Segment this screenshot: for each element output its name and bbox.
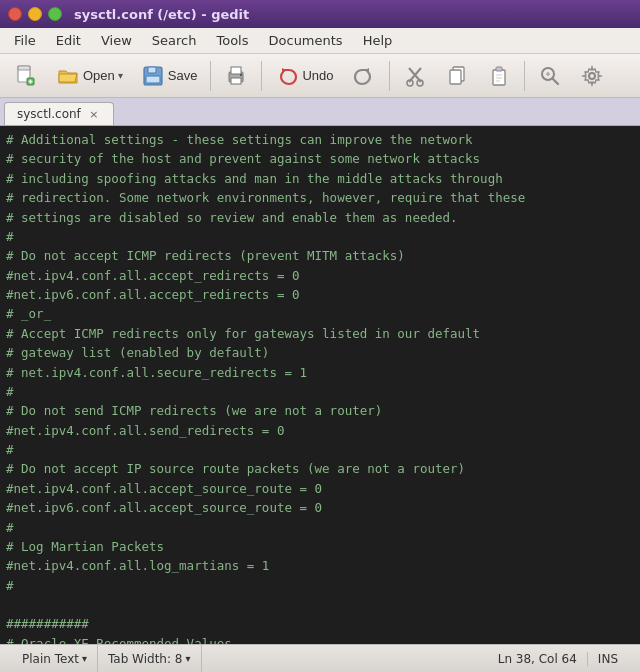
cut-button[interactable] xyxy=(395,60,435,92)
filetype-section[interactable]: Plain Text ▾ xyxy=(12,645,98,672)
open-arrow: ▾ xyxy=(118,70,123,81)
copy-icon xyxy=(445,64,469,88)
tabwidth-label: Tab Width: 8 xyxy=(108,652,182,666)
save-icon xyxy=(141,64,165,88)
toolbar-separator-4 xyxy=(524,61,525,91)
tab-label: sysctl.conf xyxy=(17,107,81,121)
open-button[interactable]: Open ▾ xyxy=(48,60,131,92)
print-icon xyxy=(224,64,248,88)
paste-button[interactable] xyxy=(479,60,519,92)
new-icon xyxy=(14,64,38,88)
undo-icon xyxy=(275,64,299,88)
tab-close-button[interactable]: × xyxy=(87,107,101,121)
menubar: File Edit View Search Tools Documents He… xyxy=(0,28,640,54)
menu-tools[interactable]: Tools xyxy=(206,31,258,50)
svg-rect-21 xyxy=(496,67,502,71)
open-icon xyxy=(56,64,80,88)
undo-label: Undo xyxy=(302,68,333,83)
svg-point-29 xyxy=(589,73,595,79)
filetype-label: Plain Text xyxy=(22,652,79,666)
svg-rect-1 xyxy=(18,66,30,70)
redo-icon xyxy=(352,64,376,88)
svg-rect-11 xyxy=(240,74,242,76)
toolbar-separator-1 xyxy=(210,61,211,91)
ins-label: INS xyxy=(598,652,618,666)
open-label: Open xyxy=(83,68,115,83)
ins-section: INS xyxy=(588,652,628,666)
menu-help[interactable]: Help xyxy=(353,31,403,50)
print-button[interactable] xyxy=(216,60,256,92)
svg-rect-9 xyxy=(231,67,241,74)
menu-search[interactable]: Search xyxy=(142,31,207,50)
svg-line-26 xyxy=(552,78,558,84)
save-button[interactable]: Save xyxy=(133,60,206,92)
titlebar: sysctl.conf (/etc) - gedit xyxy=(0,0,640,28)
toolbar: Open ▾ Save xyxy=(0,54,640,98)
window-title: sysctl.conf (/etc) - gedit xyxy=(74,7,249,22)
save-label: Save xyxy=(168,68,198,83)
new-button[interactable] xyxy=(6,60,46,92)
position-section: Ln 38, Col 64 xyxy=(488,652,588,666)
svg-rect-7 xyxy=(146,76,160,83)
svg-marker-12 xyxy=(282,68,287,73)
svg-marker-13 xyxy=(364,68,369,73)
search-icon xyxy=(538,64,562,88)
redo-button[interactable] xyxy=(344,60,384,92)
find-button[interactable] xyxy=(530,60,570,92)
svg-rect-10 xyxy=(231,78,241,84)
paste-icon xyxy=(487,64,511,88)
file-tab[interactable]: sysctl.conf × xyxy=(4,102,114,125)
toolbar-separator-2 xyxy=(261,61,262,91)
undo-button[interactable]: Undo xyxy=(267,60,341,92)
copy-button[interactable] xyxy=(437,60,477,92)
menu-edit[interactable]: Edit xyxy=(46,31,91,50)
status-right: Ln 38, Col 64 INS xyxy=(488,652,628,666)
tools-icon xyxy=(580,64,604,88)
menu-view[interactable]: View xyxy=(91,31,142,50)
menu-file[interactable]: File xyxy=(4,31,46,50)
menu-documents[interactable]: Documents xyxy=(259,31,353,50)
editor-area[interactable]: # Additional settings - these settings c… xyxy=(0,126,640,644)
statusbar: Plain Text ▾ Tab Width: 8 ▾ Ln 38, Col 6… xyxy=(0,644,640,672)
svg-rect-19 xyxy=(450,70,461,84)
tabwidth-section[interactable]: Tab Width: 8 ▾ xyxy=(98,645,202,672)
minimize-window-button[interactable] xyxy=(28,7,42,21)
cut-icon xyxy=(403,64,427,88)
preferences-button[interactable] xyxy=(572,60,612,92)
maximize-window-button[interactable] xyxy=(48,7,62,21)
close-window-button[interactable] xyxy=(8,7,22,21)
tabbar: sysctl.conf × xyxy=(0,98,640,126)
svg-rect-6 xyxy=(148,67,156,73)
tabwidth-arrow: ▾ xyxy=(185,653,190,664)
position-label: Ln 38, Col 64 xyxy=(498,652,577,666)
toolbar-separator-3 xyxy=(389,61,390,91)
filetype-arrow: ▾ xyxy=(82,653,87,664)
